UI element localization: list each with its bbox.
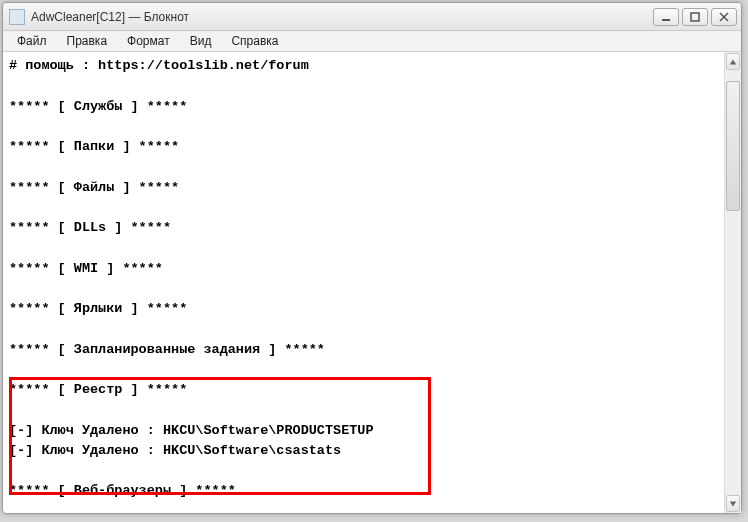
notepad-window: AdwCleaner[C12] — Блокнот Файл Правка Фо… [2, 2, 742, 514]
minimize-button[interactable] [653, 8, 679, 26]
scroll-thumb[interactable] [726, 81, 740, 211]
log-line: # помощь : https://toolslib.net/forum [9, 58, 309, 73]
log-line: ***** [ Ярлыки ] ***** [9, 301, 187, 316]
log-line: ***** [ Файлы ] ***** [9, 180, 179, 195]
log-line: ***** [ Веб-браузеры ] ***** [9, 483, 236, 498]
svg-rect-0 [662, 19, 670, 21]
scroll-down-button[interactable] [726, 495, 740, 512]
menubar: Файл Правка Формат Вид Справка [3, 31, 741, 52]
menu-edit[interactable]: Правка [57, 32, 118, 50]
menu-file[interactable]: Файл [7, 32, 57, 50]
log-line: ***** [ Реестр ] ***** [9, 382, 187, 397]
menu-view[interactable]: Вид [180, 32, 222, 50]
content-area: # помощь : https://toolslib.net/forum **… [3, 52, 741, 513]
svg-rect-1 [691, 13, 699, 21]
scroll-up-button[interactable] [726, 53, 740, 70]
menu-help[interactable]: Справка [221, 32, 288, 50]
window-title: AdwCleaner[C12] — Блокнот [31, 10, 653, 24]
log-line: [-] Ключ Удалено : HKCU\Software\csastat… [9, 443, 341, 458]
log-line: [-] Ключ Удалено : HKCU\Software\PRODUCT… [9, 423, 374, 438]
window-controls [653, 8, 737, 26]
scroll-track[interactable] [725, 71, 741, 494]
log-line: ***** [ Папки ] ***** [9, 139, 179, 154]
maximize-button[interactable] [682, 8, 708, 26]
vertical-scrollbar[interactable] [724, 52, 741, 513]
titlebar[interactable]: AdwCleaner[C12] — Блокнот [3, 3, 741, 31]
menu-format[interactable]: Формат [117, 32, 180, 50]
log-line: ***** [ Запланированные задания ] ***** [9, 342, 325, 357]
text-editor[interactable]: # помощь : https://toolslib.net/forum **… [3, 52, 724, 513]
log-line: ***** [ WMI ] ***** [9, 261, 163, 276]
log-line: ***** [ Службы ] ***** [9, 99, 187, 114]
app-icon [9, 9, 25, 25]
log-line: ***** [ DLLs ] ***** [9, 220, 171, 235]
close-button[interactable] [711, 8, 737, 26]
